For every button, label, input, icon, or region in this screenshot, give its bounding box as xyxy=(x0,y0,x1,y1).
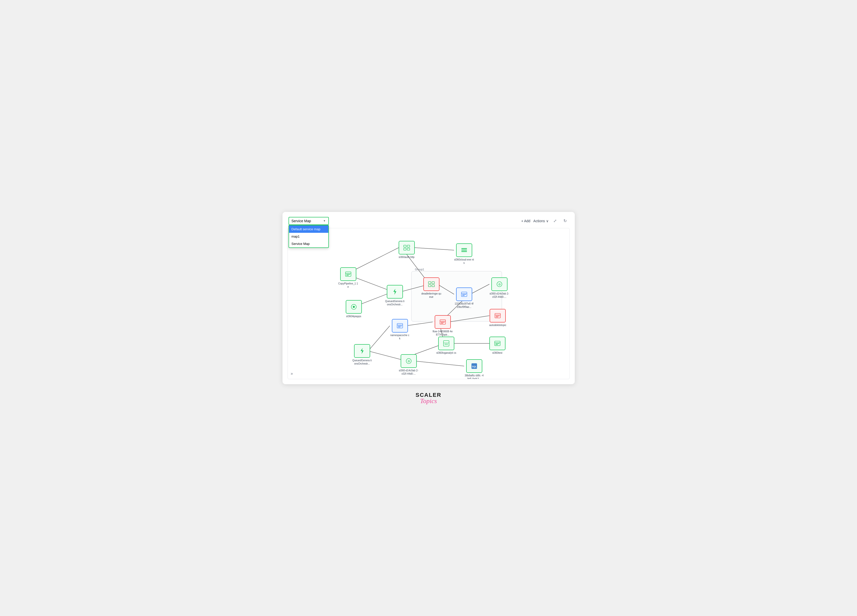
node-label-deadlettering: deadletteringw queue xyxy=(421,292,441,299)
node-label-sl360cloud: sl360cloud-eve nts xyxy=(454,258,474,265)
svg-rect-55 xyxy=(444,344,448,344)
node-sl360Apiapps[interactable]: sl360Apiapps xyxy=(346,300,362,318)
header-actions: + Add Actions ∨ ⤢ ↻ xyxy=(521,217,568,224)
dropdown-label: Service Map xyxy=(292,219,311,223)
svg-rect-17 xyxy=(404,245,406,247)
refresh-icon[interactable]: ↻ xyxy=(562,217,569,224)
node-box-guid1 xyxy=(456,288,472,301)
node-label-guid1: 132636c0f7e8 4f20bcf9f9ae... xyxy=(454,302,474,309)
node-box-autodeleteto xyxy=(490,309,506,322)
dropdown-item-servicemap[interactable]: Service Map xyxy=(289,240,328,248)
svg-rect-18 xyxy=(407,245,410,247)
node-queuedGenera1[interactable]: QueuedGenera tionsOrchestr... xyxy=(385,285,405,306)
svg-rect-48 xyxy=(441,323,443,323)
service-map-dropdown[interactable]: Service Map ▼ xyxy=(289,217,329,225)
node-label-guid2: 38b8af6c-b8fc -49d5-8abf-f... xyxy=(464,374,484,379)
node-label-sl360auth: sl360auth.http xyxy=(399,255,415,259)
node-box-namespacoche xyxy=(392,319,408,333)
node-box-sl360logana xyxy=(438,337,454,350)
node-sl360cloud[interactable]: sl360cloud-eve nts xyxy=(454,243,474,265)
svg-text:SQL: SQL xyxy=(472,365,476,368)
node-box-queuedGenera1 xyxy=(387,285,403,299)
node-box-sl360cloud xyxy=(456,243,472,257)
svg-rect-20 xyxy=(407,248,410,250)
group-label: Group1 xyxy=(414,268,425,271)
node-box-sl360d14c2: ⚙ xyxy=(401,354,417,368)
svg-rect-47 xyxy=(441,322,445,322)
node-sl360d14c2[interactable]: ⚙sl360-d14c0ab 2-c02f-44d0-... xyxy=(399,354,419,375)
node-box-deadlettering xyxy=(423,277,439,291)
node-sl360auth[interactable]: sl360auth.http xyxy=(399,241,415,259)
node-sl360logana[interactable]: sl360loganalyti cs xyxy=(436,337,456,354)
node-box-queuedGenera2 xyxy=(354,344,370,358)
node-guid1[interactable]: 132636c0f7e8 4f20bcf9f9ae... xyxy=(454,288,474,309)
node-queuedGenera2[interactable]: QueuedGenera tionsOrchestr... xyxy=(352,344,372,365)
dropdown-item-default[interactable]: Default service map xyxy=(289,226,328,233)
svg-rect-21 xyxy=(461,248,467,249)
node-deadlettering[interactable]: deadletteringw queue xyxy=(421,277,441,299)
node-label-flow1: flow-14659608 4e87747bptr... xyxy=(433,330,453,336)
svg-rect-22 xyxy=(461,250,467,251)
node-sl360test[interactable]: sl360test xyxy=(489,337,506,354)
footer-logo: SCALER Topics xyxy=(416,392,441,404)
actions-chevron-icon: ∨ xyxy=(546,219,549,223)
dropdown-item-map1[interactable]: map1 xyxy=(289,233,328,240)
svg-rect-59 xyxy=(495,344,498,345)
svg-rect-37 xyxy=(462,294,466,295)
svg-line-0 xyxy=(415,248,454,250)
node-label-autodeleteto: autodeletetopic xyxy=(489,323,506,327)
header-bar: Service Map ▼ Default service map map1 S… xyxy=(288,217,570,225)
node-guid2[interactable]: SQL38b8af6c-b8fc -49d5-8abf-f... xyxy=(464,359,484,379)
svg-text:⚙: ⚙ xyxy=(407,359,410,363)
node-flow1[interactable]: flow-14659608 4e87747bptr... xyxy=(433,315,453,336)
node-label-sl360logana: sl360loganalyti cs xyxy=(436,351,456,354)
node-box-flow1 xyxy=(435,315,451,329)
actions-button[interactable]: Actions ∨ xyxy=(534,219,549,223)
node-label-copyPipeline: CopyPipeline_1 1e xyxy=(338,282,358,288)
main-container: Service Map ▼ Default service map map1 S… xyxy=(283,212,575,384)
svg-rect-51 xyxy=(496,316,500,316)
svg-rect-26 xyxy=(346,274,350,275)
node-box-sl360auth xyxy=(399,241,415,254)
node-label-queuedGenera2: QueuedGenera tionsOrchestr... xyxy=(352,359,372,365)
node-label-queuedGenera1: QueuedGenera tionsOrchestr... xyxy=(385,300,405,306)
node-label-sl360test: sl360test xyxy=(492,351,502,354)
node-namespacoche[interactable]: namespacoche ck xyxy=(390,319,410,340)
svg-marker-60 xyxy=(360,348,364,354)
svg-rect-58 xyxy=(495,344,500,344)
logo-topics-text: Topics xyxy=(420,398,437,404)
map-canvas: Group1 sl360auth.httpsl360cloud-eve ntsC… xyxy=(288,228,570,379)
node-label-sl360d14c2: sl360-d14c0ab 2-c02f-44d0-... xyxy=(399,369,419,375)
dropdown-menu: Default service map map1 Service Map xyxy=(289,225,329,248)
node-label-sl360Apiapps: sl360Apiapps xyxy=(346,315,361,318)
svg-rect-32 xyxy=(432,282,435,284)
node-box-guid2: SQL xyxy=(466,359,482,373)
node-label-namespacoche: namespacoche ck xyxy=(390,334,410,340)
svg-rect-52 xyxy=(496,317,498,317)
node-autodeleteto[interactable]: autodeletetopic xyxy=(489,309,506,327)
service-map-dropdown-container: Service Map ▼ Default service map map1 S… xyxy=(289,217,329,225)
node-box-sl360test xyxy=(489,337,506,350)
add-button[interactable]: + Add xyxy=(521,219,530,223)
chevron-down-icon: ▼ xyxy=(323,220,326,222)
node-box-sl360Apiapps xyxy=(346,300,362,314)
svg-rect-23 xyxy=(461,251,467,252)
svg-point-30 xyxy=(353,306,355,308)
sidebar-collapse-button[interactable]: » xyxy=(291,371,293,376)
svg-text:⚙: ⚙ xyxy=(498,283,501,286)
expand-icon[interactable]: ⤢ xyxy=(552,217,558,224)
node-box-copyPipeline xyxy=(340,267,356,281)
svg-rect-44 xyxy=(398,327,401,327)
svg-rect-34 xyxy=(432,285,435,287)
node-label-sl360d14c: sl360-d14c0ab 2-c02f-44d0-... xyxy=(489,292,509,299)
svg-rect-31 xyxy=(428,282,431,284)
svg-rect-19 xyxy=(404,248,406,250)
svg-rect-33 xyxy=(428,285,431,287)
node-box-sl360d14c: ⚙ xyxy=(491,277,507,291)
svg-rect-43 xyxy=(398,326,402,326)
node-sl360d14c[interactable]: ⚙sl360-d14c0ab 2-c02f-44d0-... xyxy=(489,277,509,299)
svg-marker-28 xyxy=(393,289,396,295)
svg-rect-53 xyxy=(444,341,449,346)
svg-line-15 xyxy=(415,361,464,366)
node-copyPipeline[interactable]: CopyPipeline_1 1e xyxy=(338,267,358,288)
